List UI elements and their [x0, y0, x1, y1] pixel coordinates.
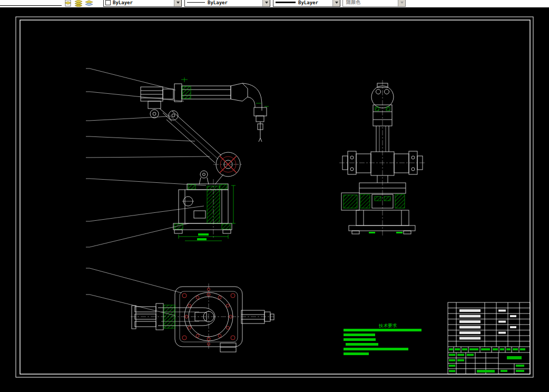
tech-requirements-text-lines — [344, 329, 421, 355]
drawing-frame — [16, 17, 533, 377]
title-block-text-placeholders — [449, 309, 525, 373]
front-view-dimensions — [179, 77, 269, 241]
chevron-down-icon[interactable] — [262, 0, 270, 6]
drawing-canvas[interactable]: 技术要求 — [0, 0, 549, 392]
linetype-combo[interactable]: ByLayer — [184, 0, 270, 7]
lineweight-combo[interactable]: ByLayer — [273, 0, 340, 7]
color-swatch — [105, 0, 111, 5]
plot-style-combo: 随颜色 — [342, 0, 406, 7]
toolbar-left-panel — [0, 0, 62, 6]
top-view — [131, 283, 274, 352]
chevron-down-icon — [398, 0, 405, 6]
linetype-preview — [187, 2, 205, 3]
layer-previous-icon[interactable] — [85, 0, 93, 7]
plot-style-combo-value: 随颜色 — [343, 0, 360, 6]
chevron-down-icon[interactable] — [332, 0, 340, 6]
color-combo[interactable]: ByLayer — [103, 0, 182, 7]
color-combo-value: ByLayer — [113, 0, 133, 5]
make-layer-current-icon[interactable] — [74, 0, 83, 7]
linetype-combo-value: ByLayer — [208, 0, 228, 5]
tech-requirements-title: 技术要求 — [378, 323, 397, 328]
chevron-down-icon[interactable] — [174, 0, 181, 6]
front-view — [141, 83, 267, 238]
leader-lines — [86, 68, 210, 316]
object-properties-toolbar: ByLayer ByLayer ByLayer 随颜色 — [0, 0, 549, 7]
tech-requirements: 技术要求 — [344, 323, 421, 355]
lineweight-preview — [276, 2, 296, 3]
layer-properties-manager-icon[interactable] — [64, 0, 72, 7]
side-view-dimensions — [369, 232, 403, 233]
lineweight-combo-value: ByLayer — [298, 0, 318, 5]
side-view — [339, 80, 425, 237]
